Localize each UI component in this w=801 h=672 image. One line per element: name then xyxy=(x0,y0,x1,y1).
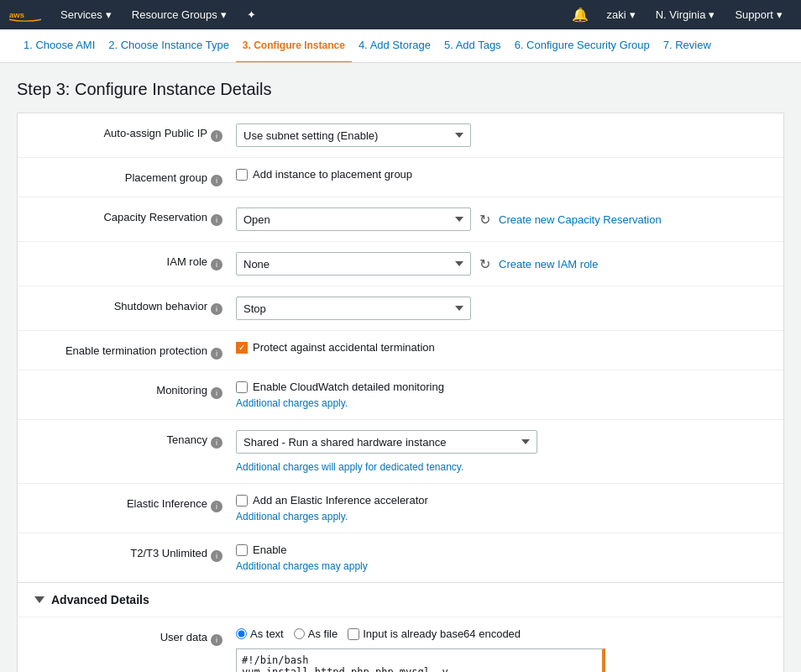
shutdown-behavior-row: Shutdown behavior i Stop Terminate xyxy=(18,286,783,331)
capacity-reservation-control: Open None ↻ Create new Capacity Reservat… xyxy=(236,207,767,231)
t2t3-unlimited-control: Enable Additional charges may apply xyxy=(236,543,767,572)
radio-base64-checkbox[interactable] xyxy=(348,628,359,640)
capacity-reservation-select[interactable]: Open None xyxy=(236,207,471,231)
breadcrumb-step3[interactable]: 3. Configure Instance xyxy=(236,29,352,63)
t2t3-unlimited-label: T2/T3 Unlimited i xyxy=(34,543,236,562)
advanced-details-header[interactable]: Advanced Details xyxy=(18,583,783,617)
radio-base64-label[interactable]: Input is already base64 encoded xyxy=(348,627,521,640)
termination-protection-row: Enable termination protection i Protect … xyxy=(18,331,783,370)
placement-group-info-icon[interactable]: i xyxy=(211,175,222,186)
t2t3-unlimited-row: T2/T3 Unlimited i Enable Additional char… xyxy=(18,533,783,582)
breadcrumb-step7[interactable]: 7. Review xyxy=(657,29,718,63)
radio-as-text[interactable] xyxy=(236,628,247,639)
tenancy-row: Tenancy i Shared - Run a shared hardware… xyxy=(18,420,783,484)
user-data-radio-group: As text As file Input is already base64 … xyxy=(236,627,521,640)
t2t3-charges-link[interactable]: Additional charges may apply xyxy=(236,560,368,572)
radio-as-file[interactable] xyxy=(294,628,305,639)
monitoring-info-icon[interactable]: i xyxy=(211,387,222,399)
elastic-inference-control: Add an Elastic Inference accelerator Add… xyxy=(236,494,767,522)
termination-protection-checkbox-row: Protect against accidental termination xyxy=(236,341,435,354)
t2t3-unlimited-info-icon[interactable]: i xyxy=(211,550,222,562)
capacity-reservation-info-icon[interactable]: i xyxy=(211,214,222,226)
iam-role-info-icon[interactable]: i xyxy=(211,259,222,270)
placement-group-checkbox-row: Add instance to placement group xyxy=(236,168,412,181)
termination-protection-control: Protect against accidental termination xyxy=(236,341,767,354)
resource-groups-nav[interactable]: Resource Groups ▾ xyxy=(122,0,237,29)
advanced-details-title: Advanced Details xyxy=(51,593,149,606)
configure-instance-form: Auto-assign Public IP i Use subnet setti… xyxy=(17,113,784,583)
breadcrumb-steps: 1. Choose AMI 2. Choose Instance Type 3.… xyxy=(0,29,801,63)
tenancy-select[interactable]: Shared - Run a shared hardware instance … xyxy=(236,430,537,454)
page-title: Step 3: Configure Instance Details xyxy=(17,80,784,99)
shutdown-behavior-select[interactable]: Stop Terminate xyxy=(236,297,471,320)
termination-protection-info-icon[interactable]: i xyxy=(211,348,222,360)
placement-group-checkbox[interactable] xyxy=(236,169,248,181)
monitoring-label: Monitoring i xyxy=(34,381,236,399)
tenancy-control: Shared - Run a shared hardware instance … xyxy=(236,430,767,473)
placement-group-label: Placement group i xyxy=(34,168,236,186)
auto-assign-ip-info-icon[interactable]: i xyxy=(211,130,222,142)
monitoring-control: Enable CloudWatch detailed monitoring Ad… xyxy=(236,381,767,409)
auto-assign-ip-control: Use subnet setting (Enable) Enable Disab… xyxy=(236,123,767,147)
t2t3-unlimited-checkbox[interactable] xyxy=(236,544,248,556)
monitoring-checkbox[interactable] xyxy=(236,381,248,393)
iam-role-row: IAM role i None ↻ Create new IAM role xyxy=(18,242,783,286)
auto-assign-ip-row: Auto-assign Public IP i Use subnet setti… xyxy=(18,113,783,158)
termination-protection-checked-icon[interactable] xyxy=(236,342,248,354)
elastic-inference-checkbox[interactable] xyxy=(236,495,248,507)
support-menu[interactable]: Support ▾ xyxy=(725,0,793,29)
tenancy-charges-link[interactable]: Additional charges will apply for dedica… xyxy=(236,461,463,473)
bookmarks-nav[interactable]: ✦ xyxy=(237,0,266,29)
breadcrumb-step1[interactable]: 1. Choose AMI xyxy=(17,29,102,63)
user-data-info-icon[interactable]: i xyxy=(211,634,222,646)
breadcrumb-step6[interactable]: 6. Configure Security Group xyxy=(508,29,657,63)
placement-group-row: Placement group i Add instance to placem… xyxy=(18,158,783,197)
top-navigation: aws Services ▾ Resource Groups ▾ ✦ 🔔 zak… xyxy=(0,0,801,29)
iam-role-refresh-button[interactable]: ↻ xyxy=(476,255,494,274)
advanced-details-triangle-icon xyxy=(34,596,44,603)
elastic-inference-label: Elastic Inference i xyxy=(34,494,236,512)
user-data-wrapper xyxy=(236,648,605,672)
main-content: Step 3: Configure Instance Details Auto-… xyxy=(0,63,801,672)
user-data-textarea[interactable] xyxy=(236,648,605,672)
breadcrumb-step5[interactable]: 5. Add Tags xyxy=(437,29,508,63)
shutdown-behavior-control: Stop Terminate xyxy=(236,297,767,320)
aws-logo[interactable]: aws xyxy=(8,4,42,25)
user-data-label: User data i xyxy=(34,627,236,646)
create-capacity-reservation-link[interactable]: Create new Capacity Reservation xyxy=(499,213,662,226)
services-nav[interactable]: Services ▾ xyxy=(50,0,122,29)
shutdown-behavior-label: Shutdown behavior i xyxy=(34,297,236,315)
region-menu[interactable]: N. Virginia ▾ xyxy=(646,0,725,29)
create-iam-role-link[interactable]: Create new IAM role xyxy=(499,258,599,270)
breadcrumb-step4[interactable]: 4. Add Storage xyxy=(352,29,437,63)
iam-role-select[interactable]: None xyxy=(236,252,471,276)
monitoring-row: Monitoring i Enable CloudWatch detailed … xyxy=(18,370,783,420)
termination-protection-label: Enable termination protection i xyxy=(34,341,236,360)
capacity-reservation-label: Capacity Reservation i xyxy=(34,207,236,226)
svg-text:aws: aws xyxy=(9,10,24,19)
shutdown-behavior-info-icon[interactable]: i xyxy=(211,303,222,315)
monitoring-checkbox-row: Enable CloudWatch detailed monitoring xyxy=(236,381,444,393)
auto-assign-ip-label: Auto-assign Public IP i xyxy=(34,123,236,142)
tenancy-info-icon[interactable]: i xyxy=(211,437,222,449)
auto-assign-ip-select[interactable]: Use subnet setting (Enable) Enable Disab… xyxy=(236,123,471,147)
notifications-icon[interactable]: 🔔 xyxy=(563,7,597,23)
radio-as-text-label[interactable]: As text xyxy=(236,627,284,640)
monitoring-charges-link[interactable]: Additional charges apply. xyxy=(236,397,348,409)
breadcrumb-step2[interactable]: 2. Choose Instance Type xyxy=(102,29,236,63)
capacity-reservation-refresh-button[interactable]: ↻ xyxy=(476,210,494,229)
elastic-inference-checkbox-row: Add an Elastic Inference accelerator xyxy=(236,494,428,507)
t2t3-unlimited-checkbox-row: Enable xyxy=(236,543,286,556)
elastic-inference-charges-link[interactable]: Additional charges apply. xyxy=(236,511,348,522)
radio-as-file-label[interactable]: As file xyxy=(294,627,338,640)
elastic-inference-info-icon[interactable]: i xyxy=(211,501,222,512)
iam-role-label: IAM role i xyxy=(34,252,236,270)
user-menu[interactable]: zaki ▾ xyxy=(597,0,646,29)
user-data-control: As text As file Input is already base64 … xyxy=(236,627,767,672)
tenancy-label: Tenancy i xyxy=(34,430,236,449)
placement-group-control: Add instance to placement group xyxy=(236,168,767,181)
user-data-row: User data i As text As file Input is al xyxy=(18,617,783,672)
advanced-details-section: Advanced Details User data i As text As … xyxy=(17,583,784,672)
capacity-reservation-row: Capacity Reservation i Open None ↻ Creat… xyxy=(18,197,783,242)
iam-role-control: None ↻ Create new IAM role xyxy=(236,252,767,276)
